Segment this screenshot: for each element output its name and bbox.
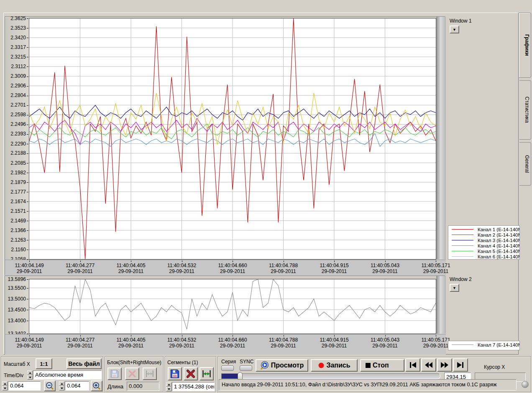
block-group: Блок(Shift+RightMouse) Длина 0.000 [105,356,164,392]
series-led [221,365,234,371]
tab-statistics[interactable]: Статистика [519,80,531,140]
fit-segment-button[interactable] [200,367,214,380]
x-tick-label: 11:40:04.66029-09-2011 [218,337,247,349]
x-tick-mark [436,260,436,262]
chevron-down-icon: ▼ [453,28,456,32]
x-tick-mark [80,335,81,337]
one-to-one-button[interactable]: 1:1 [36,358,52,369]
zoom-in-button[interactable] [91,380,102,391]
legend-label: Канал 7 (E-14-140M, 1D3 [478,342,520,347]
legend-item[interactable]: Канал 6 (E-14-140M, 1D3 [448,254,519,259]
y-tick-label: 2.1777 [10,189,28,195]
fast-back-button[interactable] [421,358,436,372]
x-tick-label: 11:40:04.40529-09-2011 [116,337,145,349]
tab-general[interactable]: General [519,142,531,186]
scale-right-spinner[interactable] [59,381,64,390]
y-tick-label: 2.2906 [10,83,28,89]
record-button[interactable]: Запись [311,359,358,372]
x-tick-label: 11:40:05.17129-09-2011 [421,337,450,349]
legend-line-sample [452,229,473,230]
legend-item[interactable]: Канал 2 (E-14-140M, 1D3 [448,232,519,237]
delete-segment-button[interactable] [184,367,198,380]
position-slider[interactable] [221,373,440,379]
x-tick-mark [29,260,30,262]
chevron-down-icon: ▼ [453,286,456,290]
series-label: Серия [221,359,236,365]
fast-forward-icon [440,362,449,368]
y-tick-label: 13.4500 [8,307,28,313]
x-tick-label: 11:40:04.91529-09-2011 [320,263,348,274]
save-segment-button[interactable] [168,367,182,380]
magnifier-minus-icon [46,382,54,390]
scale-x-label: Масштаб X [4,361,30,367]
zoom-out-button[interactable] [44,380,56,391]
skip-to-start-icon [408,362,417,368]
y-tick-label: 2.2393 [10,131,28,137]
segment-spinner[interactable] [166,382,171,391]
y-tick-label: 2.1879 [10,179,28,185]
y-tick-label: 2.1469 [10,218,28,224]
y-tick-label: 13.4000 [8,318,28,324]
window2-dropdown-button[interactable]: ▼ [450,284,459,292]
legend-line-sample [452,251,473,251]
fast-backward-icon [424,362,433,368]
y-tick-label: 13.5000 [8,296,28,302]
legend-window2: Канал 7 (E-14-140M, 1D3 [448,341,520,350]
x-tick-label: 11:40:04.78829-09-2011 [269,337,298,349]
legend-item[interactable]: Канал 4 (E-14-140M, 1D3 [448,243,519,248]
record-dot-icon [318,362,325,369]
y-tick-label: 13.5500 [8,285,28,291]
fit-block-button[interactable] [143,367,157,380]
tab-graphs[interactable]: Графики [519,13,531,78]
x-tick-label: 11:40:04.14929-09-2011 [15,337,43,349]
time-div-label: Time/Div [4,373,23,378]
time-mode-select[interactable]: Абсолютное время [33,370,102,380]
preview-button[interactable]: Просмотр [256,359,308,372]
x-tick-mark [284,260,284,262]
legend-label: Канал 1 (E-14-140M, 1D3 [478,227,520,232]
stop-button[interactable]: Стоп [360,359,404,372]
chart-right-strip [436,276,446,334]
window1-dropdown-button[interactable]: ▼ [450,26,459,33]
x-tick-label: 11:40:04.14929-09-2011 [15,263,43,274]
scale-left-spinner[interactable] [2,381,8,390]
x-tick-mark [182,260,182,262]
x-tick-mark [233,260,233,262]
x-tick-mark [385,335,386,337]
status-bar: Начало ввода 29-09-2011 10:51:10, Файл d… [219,379,517,390]
scale-right-input[interactable]: 0.064 [65,381,89,390]
legend-item[interactable]: Канал 5 (E-14-140M, 1D3 [448,248,519,254]
go-start-button[interactable] [405,358,420,372]
y-tick-label: 2.2188 [10,150,28,156]
resize-disabled-icon [145,369,154,378]
go-end-button[interactable] [453,358,468,372]
legend-item[interactable]: Канал 7 (E-14-140M, 1D3 [448,342,519,347]
floppy-icon [170,369,180,379]
segments-group-title: Сегменты (1) [167,360,198,365]
x-tick-mark [182,335,182,337]
x-tick-label: 11:40:04.53229-09-2011 [167,337,196,349]
y-tick-label: 2.2598 [10,112,28,117]
whole-file-button[interactable]: Весь файл [66,358,102,369]
x-tick-mark [334,335,335,337]
scale-left-input[interactable]: 0.064 [8,381,41,390]
plot-area-window2[interactable] [29,279,436,334]
y-tick-label: 2.3215 [10,54,28,60]
y-tick-label: 2.2290 [10,141,28,147]
fast-forward-button[interactable] [437,358,452,372]
y-tick-label: 2.3112 [11,64,28,69]
plot-area-window1[interactable] [29,18,436,259]
delete-block-button[interactable] [125,367,139,380]
legend-item[interactable]: Канал 1 (E-14-140M, 1D3 [448,227,519,232]
y-tick-label: 2.3009 [10,73,28,79]
time-div-spinner[interactable] [27,370,33,380]
x-axis-window1: 11:40:04.14929-09-201111:40:04.27729-09-… [5,260,446,276]
y-tick-label: 2.1263 [10,237,28,243]
legend-item[interactable]: Канал 3 (E-14-140M, 1D3 [448,237,519,243]
y-tick-label: 2.1674 [10,199,28,204]
save-block-button[interactable] [107,367,122,380]
y-tick-label: 2.3523 [10,25,28,31]
x-axis-window2: 11:40:04.14929-09-201111:40:04.27729-09-… [5,334,446,355]
cursor-x-label: Курсор X [484,364,505,370]
segment-value: 1 37554.288 (сек [172,382,215,391]
